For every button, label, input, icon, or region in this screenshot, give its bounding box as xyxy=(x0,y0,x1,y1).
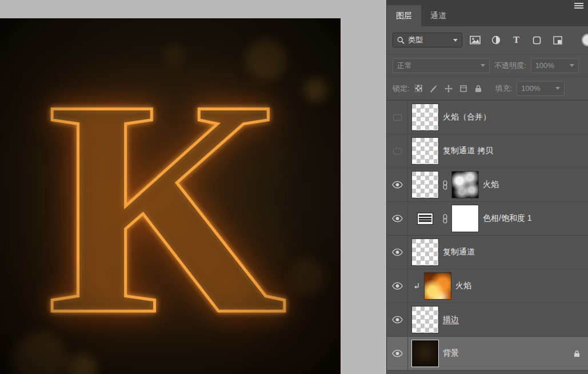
chevron-down-icon xyxy=(555,87,560,90)
filter-kind-label: 类型 xyxy=(408,35,423,45)
clipping-mask-arrow-icon xyxy=(412,283,420,290)
visibility-toggle[interactable] xyxy=(387,337,408,370)
blend-mode-select[interactable]: 正常 xyxy=(393,58,490,73)
layer-name[interactable]: 复制通道 拷贝 xyxy=(443,146,493,156)
layer-row[interactable]: 描边 xyxy=(387,303,588,337)
fill-field[interactable]: 100% xyxy=(517,81,565,96)
layer-row[interactable]: 火焰 xyxy=(387,269,588,303)
panel-tab-bar: 图层 通道 xyxy=(387,0,588,26)
visibility-toggle[interactable] xyxy=(387,303,408,336)
eye-icon xyxy=(392,214,403,222)
visibility-toggle[interactable] xyxy=(387,101,408,134)
eye-icon xyxy=(392,248,403,256)
layer-list: 火焰（合并） 复制通道 拷贝 火焰 xyxy=(387,100,588,371)
layer-mask-thumbnail[interactable] xyxy=(452,172,478,198)
adjustment-layer-filter-icon[interactable] xyxy=(488,33,503,47)
filter-kind-dropdown[interactable]: 类型 xyxy=(393,33,462,47)
visibility-toggle[interactable] xyxy=(387,134,408,168)
bokeh-light xyxy=(304,78,328,102)
layer-name[interactable]: 色相/饱和度 1 xyxy=(483,213,532,224)
blend-mode-value: 正常 xyxy=(397,61,412,71)
blend-row: 正常 不透明度: 100% xyxy=(387,54,588,77)
fill-value: 100% xyxy=(521,84,540,93)
smart-object-filter-icon[interactable] xyxy=(550,33,565,47)
layer-thumbnail[interactable] xyxy=(412,340,438,367)
lock-label: 锁定: xyxy=(393,83,410,94)
chevron-down-icon xyxy=(570,64,574,67)
visibility-toggle[interactable] xyxy=(387,269,408,303)
layer-thumbnail[interactable] xyxy=(412,172,438,198)
tab-channels[interactable]: 通道 xyxy=(421,5,455,26)
layer-row[interactable]: 复制通道 拷贝 xyxy=(387,134,588,168)
eye-icon xyxy=(392,181,403,189)
layer-thumbnail[interactable] xyxy=(425,273,451,299)
layer-thumbnail[interactable] xyxy=(412,104,438,130)
search-icon xyxy=(397,37,405,44)
lock-transparent-pixels-icon[interactable] xyxy=(414,84,423,93)
layer-row[interactable]: 火焰 xyxy=(387,168,588,202)
chevron-down-icon xyxy=(453,39,458,42)
shape-layer-filter-icon[interactable] xyxy=(529,33,545,47)
photoshop-workspace: K 图层 通道 类型 T xyxy=(0,0,588,374)
document-canvas[interactable]: K xyxy=(0,18,341,374)
layer-row[interactable]: 火焰（合并） xyxy=(387,101,588,134)
opacity-field[interactable]: 100% xyxy=(531,58,579,73)
fire-letter-artwork: K xyxy=(47,53,287,361)
type-layer-filter-icon[interactable]: T xyxy=(509,33,524,47)
hue-saturation-icon xyxy=(417,213,433,225)
panel-menu-icon[interactable] xyxy=(574,2,583,10)
lock-image-pixels-icon[interactable] xyxy=(429,84,438,93)
filter-toggle[interactable] xyxy=(582,34,588,46)
lock-icons xyxy=(414,84,483,93)
layer-name[interactable]: 火焰（合并） xyxy=(443,112,491,122)
opacity-value: 100% xyxy=(535,61,554,70)
tab-layers[interactable]: 图层 xyxy=(387,5,421,26)
layers-panel: 图层 通道 类型 T xyxy=(386,0,588,374)
pixel-layer-filter-icon[interactable] xyxy=(467,33,483,47)
bokeh-light xyxy=(290,258,327,295)
layer-lock-icon xyxy=(574,350,580,357)
fill-label: 填充: xyxy=(495,83,513,94)
visibility-toggle[interactable] xyxy=(387,168,408,201)
layer-thumbnail[interactable] xyxy=(412,239,438,265)
eye-icon xyxy=(392,316,403,324)
eye-icon xyxy=(392,282,403,290)
lock-row: 锁定: 填充: 100% xyxy=(387,77,588,100)
eye-hidden-icon xyxy=(393,114,402,121)
layer-filter-row: 类型 T xyxy=(387,26,588,54)
link-icon xyxy=(443,214,447,224)
eye-icon xyxy=(392,349,403,357)
layer-name[interactable]: 火焰 xyxy=(455,281,471,291)
link-icon xyxy=(443,180,447,190)
layer-mask-thumbnail[interactable] xyxy=(452,205,478,232)
chevron-down-icon xyxy=(481,64,485,67)
lock-all-icon[interactable] xyxy=(474,84,483,93)
layer-thumbnail[interactable] xyxy=(412,138,438,164)
layer-name[interactable]: 描边 xyxy=(443,315,459,325)
lock-position-icon[interactable] xyxy=(444,84,453,93)
visibility-toggle[interactable] xyxy=(387,202,408,235)
opacity-label: 不透明度: xyxy=(494,61,526,71)
layer-row[interactable]: 色相/饱和度 1 xyxy=(387,202,588,236)
adjustment-layer-thumbnail[interactable] xyxy=(412,205,438,232)
layer-name[interactable]: 复制通道 xyxy=(443,247,475,257)
layer-row[interactable]: 背景 xyxy=(387,337,588,371)
layer-thumbnail[interactable] xyxy=(412,307,438,333)
layer-name[interactable]: 背景 xyxy=(443,348,459,359)
layer-name[interactable]: 火焰 xyxy=(483,180,499,190)
visibility-toggle[interactable] xyxy=(387,236,408,269)
lock-artboard-icon[interactable] xyxy=(459,84,468,93)
layer-row[interactable]: 复制通道 xyxy=(387,236,588,269)
eye-hidden-icon xyxy=(393,148,402,154)
